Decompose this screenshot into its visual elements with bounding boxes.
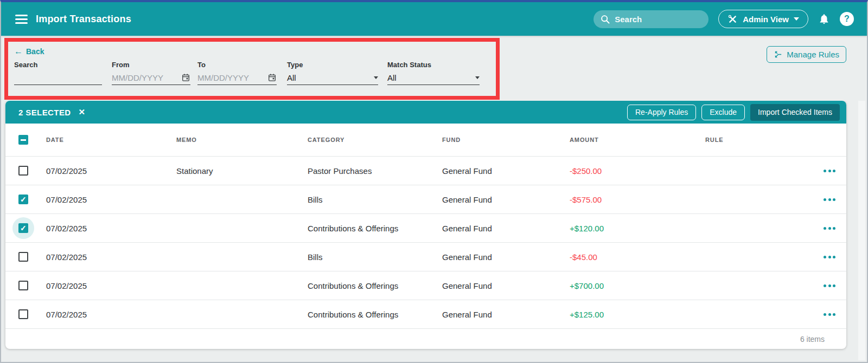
amount-cell: +$700.00: [570, 281, 705, 290]
transactions-card: 2 SELECTED ✕ Re-Apply Rules Exclude Impo…: [5, 101, 846, 349]
column-header-category: CATEGORY: [308, 137, 442, 143]
filter-type-field[interactable]: Type All: [287, 61, 378, 85]
amount-cell: +$125.00: [570, 310, 705, 319]
row-actions-icon[interactable]: [822, 167, 837, 174]
table-row: 07/02/2025 Contributions & Offerings Gen…: [5, 271, 846, 300]
date-cell: 07/02/2025: [46, 195, 176, 204]
global-search[interactable]: [593, 10, 709, 28]
match-status-selected-value: All: [387, 73, 397, 82]
table-header-row: DATE MEMO CATEGORY FUND AMOUNT RULE: [5, 124, 846, 156]
fund-cell: General Fund: [442, 195, 570, 204]
amount-cell: -$250.00: [570, 166, 705, 176]
column-header-memo: MEMO: [176, 137, 308, 143]
filter-bar: ← Back Search From To: [1, 36, 867, 101]
table-row: 07/02/2025 Contributions & Offerings Gen…: [5, 300, 846, 328]
admin-view-button[interactable]: Admin View: [718, 10, 808, 28]
global-search-input[interactable]: [615, 15, 696, 24]
type-field-label: Type: [287, 61, 378, 69]
date-cell: 07/02/2025: [46, 166, 176, 176]
fund-cell: General Fund: [442, 166, 570, 176]
dropdown-caret-icon: [374, 76, 378, 79]
category-cell: Pastor Purchases: [308, 166, 442, 176]
fund-cell: General Fund: [442, 281, 570, 290]
manage-rules-label: Manage Rules: [787, 50, 839, 59]
filter-search-field: Search: [14, 61, 102, 85]
table-footer: 6 items: [5, 328, 846, 349]
filter-from-field: From: [112, 61, 190, 85]
date-cell: 07/02/2025: [46, 281, 176, 290]
memo-cell: Stationary: [176, 166, 308, 176]
help-glyph: ?: [844, 14, 850, 24]
rules-branch-icon: [774, 50, 783, 59]
import-checked-items-button[interactable]: Import Checked Items: [750, 104, 840, 121]
page-title: Import Transactions: [36, 14, 131, 25]
table-row: 07/02/2025 Bills General Fund -$45.00: [5, 242, 846, 271]
to-date-input[interactable]: [197, 73, 265, 82]
row-actions-icon[interactable]: [822, 311, 837, 318]
column-header-rule: RULE: [705, 137, 814, 143]
row-checkbox[interactable]: [18, 252, 28, 262]
column-header-date: DATE: [46, 137, 176, 143]
dropdown-caret-icon: [475, 76, 480, 79]
back-link[interactable]: ← Back: [14, 47, 44, 56]
manage-rules-button[interactable]: Manage Rules: [767, 46, 846, 63]
search-field-label: Search: [14, 61, 102, 69]
selection-bar: 2 SELECTED ✕ Re-Apply Rules Exclude Impo…: [5, 101, 846, 124]
filter-match-status-field[interactable]: Match Status All: [387, 61, 480, 85]
filter-search-input[interactable]: [14, 73, 102, 82]
item-count: 6 items: [800, 335, 825, 343]
table-row: 07/02/2025 Stationary Pastor Purchases G…: [5, 156, 846, 185]
row-checkbox[interactable]: [18, 223, 28, 233]
table-row: 07/02/2025 Bills General Fund -$575.00: [5, 185, 846, 213]
row-actions-icon[interactable]: [822, 225, 837, 232]
filter-to-field: To: [197, 61, 277, 85]
clear-selection-icon[interactable]: ✕: [79, 107, 86, 117]
top-bar: Import Transactions Admin View: [1, 2, 867, 36]
amount-cell: -$45.00: [570, 252, 705, 262]
admin-view-label: Admin View: [743, 15, 789, 24]
chevron-down-icon: [794, 17, 799, 21]
calendar-icon[interactable]: [267, 73, 277, 82]
match-status-field-label: Match Status: [387, 61, 480, 69]
fund-cell: General Fund: [442, 310, 570, 319]
from-date-input[interactable]: [112, 73, 179, 82]
row-actions-icon[interactable]: [822, 196, 837, 203]
row-checkbox[interactable]: [18, 309, 28, 319]
search-icon: [600, 14, 610, 24]
help-icon[interactable]: ?: [840, 12, 854, 26]
calendar-icon[interactable]: [181, 73, 190, 82]
row-actions-icon[interactable]: [822, 254, 837, 261]
hamburger-menu-icon[interactable]: [15, 12, 28, 26]
reapply-rules-button[interactable]: Re-Apply Rules: [627, 105, 696, 120]
date-cell: 07/02/2025: [46, 310, 176, 319]
column-header-amount: AMOUNT: [570, 137, 705, 143]
notifications-bell-icon[interactable]: [818, 13, 830, 25]
select-all-checkbox[interactable]: [18, 135, 28, 145]
fund-cell: General Fund: [442, 252, 570, 262]
back-arrow-icon: ←: [14, 47, 23, 56]
row-checkbox[interactable]: [18, 281, 28, 290]
back-label: Back: [26, 47, 44, 56]
category-cell: Bills: [308, 252, 442, 262]
row-checkbox[interactable]: [18, 166, 28, 176]
date-cell: 07/02/2025: [46, 224, 176, 233]
row-actions-icon[interactable]: [822, 282, 837, 289]
amount-cell: +$120.00: [570, 224, 705, 233]
date-cell: 07/02/2025: [46, 252, 176, 262]
category-cell: Contributions & Offerings: [308, 224, 442, 233]
row-checkbox[interactable]: [18, 195, 28, 204]
column-header-fund: FUND: [442, 137, 570, 143]
category-cell: Contributions & Offerings: [308, 310, 442, 319]
admin-tools-icon: [727, 14, 738, 24]
from-field-label: From: [112, 61, 190, 69]
selected-count: 2 SELECTED: [18, 108, 71, 117]
to-field-label: To: [197, 61, 277, 69]
exclude-button[interactable]: Exclude: [701, 105, 745, 120]
app-window: Import Transactions Admin View: [0, 0, 868, 363]
type-selected-value: All: [287, 73, 296, 82]
fund-cell: General Fund: [442, 224, 570, 233]
amount-cell: -$575.00: [570, 195, 705, 204]
table-row: 07/02/2025 Contributions & Offerings Gen…: [5, 213, 846, 242]
category-cell: Bills: [308, 195, 442, 204]
category-cell: Contributions & Offerings: [308, 281, 442, 290]
